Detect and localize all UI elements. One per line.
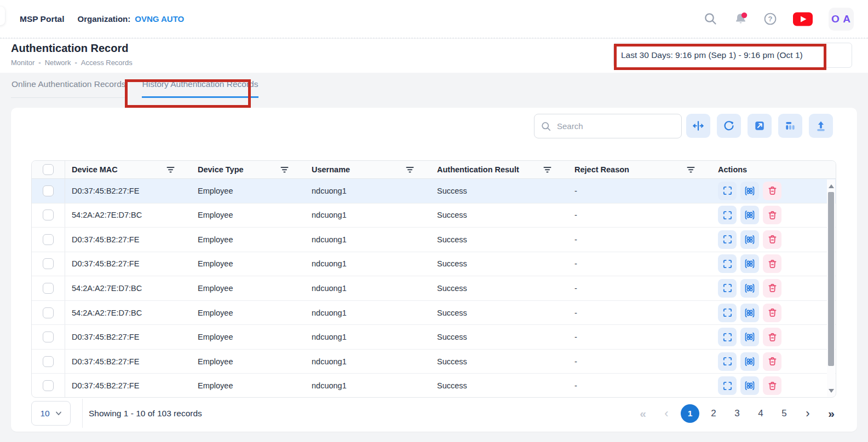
table-search[interactable] xyxy=(534,114,682,138)
scroll-down-arrow-icon[interactable] xyxy=(829,389,834,393)
next-page-button[interactable]: › xyxy=(798,404,817,423)
export-button[interactable] xyxy=(809,114,833,138)
last-page-button[interactable]: » xyxy=(822,404,841,423)
expand-record-button[interactable] xyxy=(718,328,737,346)
sidebar-collapsed-handle[interactable] xyxy=(0,7,5,25)
expand-record-button[interactable] xyxy=(718,206,737,224)
avatar[interactable]: O A xyxy=(829,8,854,31)
cell-device-type: Employee xyxy=(191,187,305,195)
page-number-button[interactable]: 5 xyxy=(775,404,794,423)
filter-icon[interactable] xyxy=(543,166,551,173)
page-number-button[interactable]: 1 xyxy=(681,404,699,423)
delete-icon xyxy=(767,259,778,269)
page-number-button[interactable]: 3 xyxy=(728,404,746,423)
delete-icon xyxy=(767,185,778,196)
filter-icon[interactable] xyxy=(280,166,289,173)
columns-button[interactable] xyxy=(778,114,802,138)
row-checkbox[interactable] xyxy=(43,258,54,269)
view-records-button[interactable] xyxy=(740,230,759,249)
scroll-up-arrow-icon[interactable] xyxy=(829,184,834,188)
view-records-button[interactable] xyxy=(740,304,759,322)
view-records-button[interactable] xyxy=(740,328,759,346)
column-header[interactable]: Device Type xyxy=(191,165,305,174)
delete-record-button[interactable] xyxy=(763,182,781,200)
row-select-cell xyxy=(32,301,65,325)
expand-record-button[interactable] xyxy=(718,230,737,249)
row-select-cell xyxy=(32,252,65,276)
cell-actions xyxy=(711,352,836,371)
view-records-button[interactable] xyxy=(740,182,759,200)
expand-record-button[interactable] xyxy=(718,182,737,200)
cell-auth-result: Success xyxy=(430,357,568,366)
tab-history-authentication-records[interactable]: History Authentication Records xyxy=(142,79,259,98)
delete-record-button[interactable] xyxy=(763,279,781,298)
refresh-button[interactable] xyxy=(717,114,741,138)
column-header[interactable]: Username xyxy=(305,165,430,174)
search-input[interactable] xyxy=(556,121,675,131)
filter-icon[interactable] xyxy=(166,166,175,173)
page-size-select[interactable]: 10 xyxy=(31,401,71,426)
table-row[interactable]: D0:37:45:B2:27:FE Employee ndcuong1 Succ… xyxy=(32,252,836,277)
filter-icon[interactable] xyxy=(687,166,695,173)
row-checkbox[interactable] xyxy=(43,380,54,391)
delete-record-button[interactable] xyxy=(763,352,781,371)
table-row[interactable]: D0:37:45:B2:27:FE Employee ndcuong1 Succ… xyxy=(32,374,836,398)
expand-record-button[interactable] xyxy=(718,304,737,322)
pagination-bar: 10 Showing 1 - 10 of 103 records « ‹ 123… xyxy=(31,401,841,426)
help-icon[interactable]: ? xyxy=(763,12,777,26)
first-page-button[interactable]: « xyxy=(634,404,652,423)
date-range-picker[interactable]: Last 30 Days: 9:16 pm (Sep 1) - 9:16 pm … xyxy=(613,43,852,68)
expand-record-button[interactable] xyxy=(718,254,737,273)
column-header[interactable]: Actions xyxy=(711,165,836,174)
open-export-button[interactable] xyxy=(748,114,772,138)
row-checkbox[interactable] xyxy=(43,307,54,318)
select-all-checkbox[interactable] xyxy=(43,164,54,175)
row-checkbox[interactable] xyxy=(43,332,54,342)
table-row[interactable]: 54:2A:A2:7E:D7:BC Employee ndcuong1 Succ… xyxy=(32,276,836,301)
column-header[interactable]: Reject Reason xyxy=(568,165,711,174)
row-checkbox[interactable] xyxy=(43,283,54,294)
delete-record-button[interactable] xyxy=(763,254,781,273)
delete-record-button[interactable] xyxy=(763,328,781,346)
fit-columns-button[interactable] xyxy=(686,114,710,138)
organization-name-link[interactable]: OVNG AUTO xyxy=(135,14,184,24)
table-row[interactable]: D0:37:45:B2:27:FE Employee ndcuong1 Succ… xyxy=(32,228,836,252)
page-number-button[interactable]: 2 xyxy=(704,404,723,423)
cell-reject-reason: - xyxy=(568,381,711,390)
expand-record-button[interactable] xyxy=(718,376,737,395)
delete-record-button[interactable] xyxy=(763,304,781,322)
view-records-button[interactable] xyxy=(740,206,759,224)
prev-page-button[interactable]: ‹ xyxy=(657,404,676,423)
table-row[interactable]: D0:37:45:B2:27:FE Employee ndcuong1 Succ… xyxy=(32,350,836,374)
view-records-button[interactable] xyxy=(740,376,759,395)
table-row[interactable]: D0:37:45:B2:27:FE Employee ndcuong1 Succ… xyxy=(32,179,836,203)
view-records-button[interactable] xyxy=(740,254,759,273)
delete-record-button[interactable] xyxy=(763,206,781,224)
filter-icon[interactable] xyxy=(406,166,414,173)
delete-record-button[interactable] xyxy=(763,230,781,249)
view-records-button[interactable] xyxy=(740,279,759,298)
expand-record-button[interactable] xyxy=(718,279,737,298)
table-scrollbar[interactable] xyxy=(827,179,835,397)
breadcrumb-item[interactable]: Monitor xyxy=(11,59,35,67)
table-row[interactable]: 54:2A:A2:7E:D7:BC Employee ndcuong1 Succ… xyxy=(32,203,836,228)
notification-bell-icon[interactable] xyxy=(733,11,748,26)
tab-online-authentication-records[interactable]: Online Authentication Records xyxy=(11,79,127,98)
breadcrumb-item[interactable]: Network xyxy=(45,59,71,67)
delete-record-button[interactable] xyxy=(763,376,781,395)
expand-record-button[interactable] xyxy=(718,352,737,371)
row-checkbox[interactable] xyxy=(43,185,54,196)
table-row[interactable]: 54:2A:A2:7E:D7:BC Employee ndcuong1 Succ… xyxy=(32,301,836,325)
page-number-button[interactable]: 4 xyxy=(751,404,770,423)
row-checkbox[interactable] xyxy=(43,356,54,367)
row-checkbox[interactable] xyxy=(43,234,54,245)
scrollbar-thumb[interactable] xyxy=(828,192,834,366)
youtube-icon[interactable] xyxy=(792,12,813,26)
column-header[interactable]: Device MAC xyxy=(65,165,191,174)
row-checkbox[interactable] xyxy=(43,210,54,220)
breadcrumb-item[interactable]: Access Records xyxy=(81,59,133,67)
column-header[interactable]: Authentication Result xyxy=(430,165,568,174)
search-icon[interactable] xyxy=(703,11,718,26)
view-records-button[interactable] xyxy=(740,352,759,371)
table-row[interactable]: D0:37:45:B2:27:FE Employee ndcuong1 Succ… xyxy=(32,325,836,350)
